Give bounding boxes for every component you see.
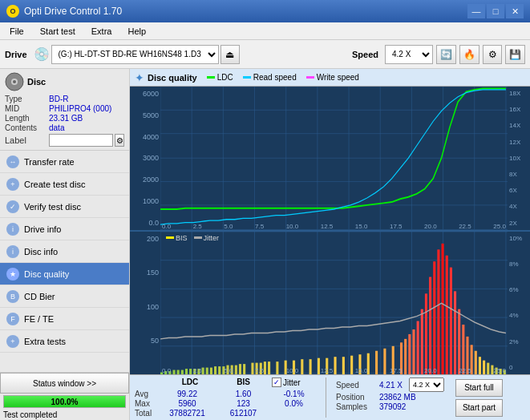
create-test-disc-icon: + <box>6 178 19 191</box>
lower-y-axis-left: 200 150 100 50 <box>130 232 160 375</box>
max-row: Max <box>135 399 159 408</box>
menu-start-test[interactable]: Start test <box>34 25 82 38</box>
status-window-button[interactable]: Status window >> <box>0 373 129 394</box>
stats-labels-col: Avg Max Total <box>135 378 159 418</box>
total-bis-row: 612107 <box>221 409 265 418</box>
nav-item-transfer-rate[interactable]: ↔ Transfer rate <box>0 151 129 173</box>
svg-rect-97 <box>458 309 460 374</box>
position-row: Position 23862 MB <box>336 393 444 402</box>
stats-jitter-col: ✓ Jitter -0.1% 0.0% <box>272 378 316 418</box>
burn-button[interactable]: 🔥 <box>459 45 479 64</box>
menu-file[interactable]: File <box>3 25 30 38</box>
write-speed-legend-dot <box>306 76 314 79</box>
total-ldc-row: 37882721 <box>165 409 215 418</box>
jitter-legend-label: Jitter <box>204 234 220 242</box>
x-label-225: 22.5 <box>459 223 471 230</box>
verify-test-disc-icon: ✓ <box>6 200 19 213</box>
type-label: Type <box>5 95 49 103</box>
chart-title: Disc quality <box>148 73 197 83</box>
content-area: ✦ Disc quality LDC Read speed Write spee… <box>130 69 530 420</box>
samples-label: Samples <box>336 402 376 411</box>
contents-value: data <box>49 123 64 132</box>
start-part-button[interactable]: Start part <box>455 399 503 417</box>
chart-legend: LDC Read speed Write speed <box>207 73 359 82</box>
nav-item-cd-bier[interactable]: B CD Bier <box>0 285 129 308</box>
x-label-25: 2.5 <box>193 223 202 230</box>
nav-item-disc-info[interactable]: i Disc info <box>0 240 129 263</box>
total-row: Total <box>135 409 159 418</box>
chart-header: ✦ Disc quality LDC Read speed Write spee… <box>130 69 530 87</box>
nav-label-disc-quality: Disc quality <box>24 269 69 279</box>
svg-rect-96 <box>454 291 456 374</box>
svg-rect-87 <box>417 321 419 374</box>
legend-read-speed: Read speed <box>243 73 297 82</box>
upper-y-axis-left: 6000 5000 4000 3000 2000 1000 0.0 <box>130 87 160 230</box>
mid-value: PHILIPRO4 (000) <box>49 104 111 113</box>
stats-divider <box>326 378 326 418</box>
bis-header: BIS <box>221 378 265 389</box>
max-bis-value: 123 <box>221 399 265 408</box>
speed-row-label: Speed <box>336 381 376 390</box>
bis-legend-label: BIS <box>176 234 188 242</box>
nav-item-extra-tests[interactable]: + Extra tests <box>0 330 129 353</box>
x-label-150: 15.0 <box>355 223 368 230</box>
max-ldc-row: 5960 <box>165 399 215 408</box>
max-jitter-value: 0.0% <box>272 399 316 408</box>
toolbar: Drive 💿 (G:) HL-DT-ST BD-RE WH16NS48 1.D… <box>0 40 530 69</box>
speed-select[interactable]: 4.2 X <box>385 45 433 64</box>
chart-title-icon: ✦ <box>135 71 144 84</box>
speed-dropdown[interactable]: 4.2 X <box>409 378 444 392</box>
upper-y-axis-right: 18X 16X 14X 12X 10X 8X 6X 4X 2X <box>508 87 530 230</box>
avg-bis-value: 1.60 <box>221 390 265 398</box>
minimize-button[interactable]: — <box>467 4 485 18</box>
upper-chart: 6000 5000 4000 3000 2000 1000 0.0 <box>130 87 530 230</box>
nav-item-drive-info[interactable]: i Drive info <box>0 218 129 240</box>
drive-label: Drive <box>5 50 27 59</box>
refresh-button[interactable]: 🔄 <box>436 45 456 64</box>
total-ldc-value: 37882721 <box>165 409 209 418</box>
nav-item-disc-quality[interactable]: ★ Disc quality <box>0 263 129 285</box>
lower-chart-plot: 0.0 2.5 5.0 7.5 10.0 12.5 15.0 17.5 20.0… <box>160 232 508 375</box>
disc-label-input[interactable] <box>49 134 113 147</box>
drive-select[interactable]: (G:) HL-DT-ST BD-RE WH16NS48 1.D3 <box>51 45 219 64</box>
jitter-legend-dot <box>194 236 202 239</box>
maximize-button[interactable]: □ <box>487 4 504 18</box>
max-jitter-row: 0.0% <box>272 399 316 408</box>
nav-label-create-test-disc: Create test disc <box>24 180 85 189</box>
x-label-75: 7.5 <box>255 223 264 230</box>
nav-item-fe-te[interactable]: F FE / TE <box>0 308 129 330</box>
status-text: Test completed <box>0 410 129 420</box>
fe-te-icon: F <box>6 313 19 325</box>
start-full-button[interactable]: Start full <box>455 379 503 397</box>
charts-container: 6000 5000 4000 3000 2000 1000 0.0 <box>130 87 530 374</box>
lower-chart: BIS Jitter 200 150 100 50 <box>130 230 530 375</box>
window-title: Opti Drive Control 1.70 <box>24 6 122 17</box>
disc-svg-icon <box>5 72 24 91</box>
nav-label-verify-test-disc: Verify test disc <box>24 202 81 212</box>
nav-item-verify-test-disc[interactable]: ✓ Verify test disc <box>0 196 129 218</box>
length-value: 23.31 GB <box>49 114 83 123</box>
avg-jitter-value: -0.1% <box>272 390 316 398</box>
legend-ldc: LDC <box>207 73 233 82</box>
extra-tests-icon: + <box>6 335 19 348</box>
nav-label-fe-te: FE / TE <box>24 314 54 324</box>
jitter-checkbox[interactable]: ✓ <box>272 378 281 387</box>
eject-button[interactable]: ⏏ <box>220 45 240 64</box>
max-bis-row: 123 <box>221 399 265 408</box>
settings-button[interactable]: ⚙ <box>483 45 502 64</box>
nav-item-create-test-disc[interactable]: + Create test disc <box>0 173 129 196</box>
menu-extra[interactable]: Extra <box>85 25 119 38</box>
nav-label-extra-tests: Extra tests <box>24 337 66 346</box>
nav-label-drive-info: Drive info <box>24 224 61 234</box>
length-label: Length <box>5 114 49 123</box>
type-value: BD-R <box>49 95 68 103</box>
bis-legend-dot <box>166 236 174 239</box>
drive-icon: 💿 <box>34 46 50 62</box>
save-button[interactable]: 💾 <box>505 45 525 64</box>
svg-rect-95 <box>450 267 452 374</box>
close-button[interactable]: ✕ <box>506 4 524 18</box>
menu-help[interactable]: Help <box>121 25 152 38</box>
label-apply-button[interactable]: ⚙ <box>115 134 124 147</box>
window-controls: — □ ✕ <box>467 4 524 18</box>
drive-info-icon: i <box>6 223 19 236</box>
